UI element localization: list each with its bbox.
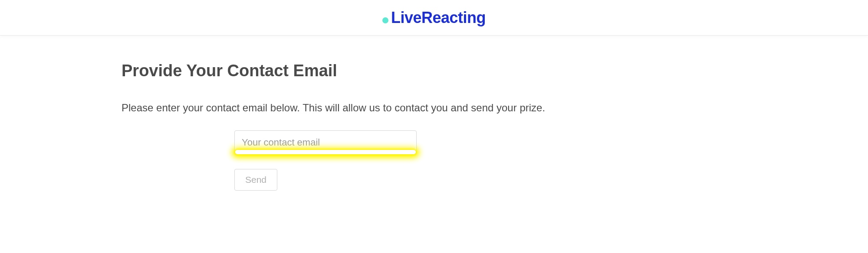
content: Provide Your Contact Email Please enter … — [0, 36, 868, 191]
highlight-core-icon — [235, 150, 416, 154]
header: LiveReacting — [0, 0, 868, 36]
email-input-wrapper — [234, 130, 417, 154]
logo-dot-icon — [382, 17, 388, 23]
brand-name: LiveReacting — [391, 9, 486, 27]
send-button[interactable]: Send — [234, 169, 277, 191]
page-description: Please enter your contact email below. T… — [122, 102, 868, 114]
page-title: Provide Your Contact Email — [122, 62, 868, 80]
logo[interactable]: LiveReacting — [382, 9, 486, 27]
form-area: Send — [122, 130, 868, 191]
